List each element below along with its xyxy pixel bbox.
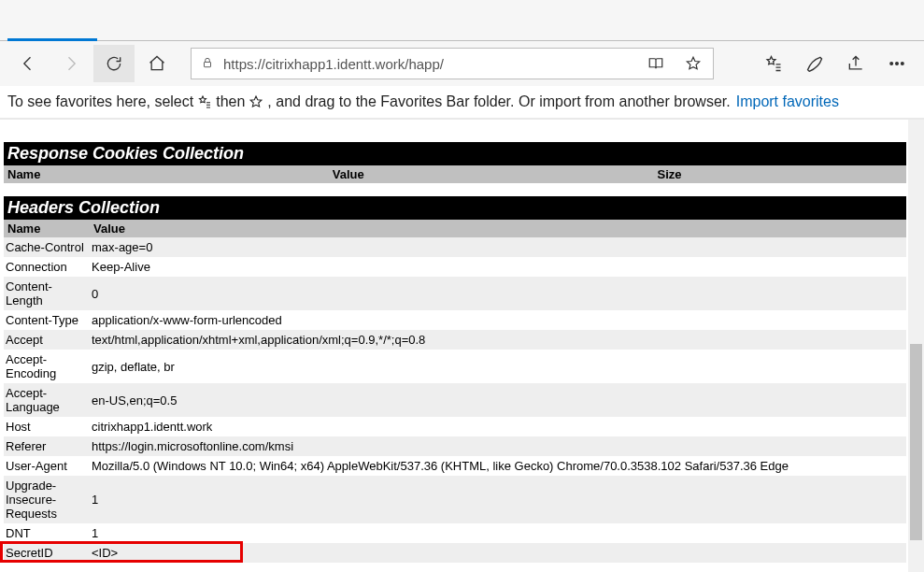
- table-row: ConnectionKeep-Alive: [4, 257, 906, 277]
- header-value: 0: [90, 277, 906, 310]
- favorites-bar-message: To see favorites here, select then , and…: [0, 86, 924, 120]
- star-lines-icon: [197, 94, 212, 109]
- svg-point-3: [902, 63, 904, 65]
- table-row: Refererhttps://login.microsoftonline.com…: [4, 436, 906, 456]
- toolbar-right: [754, 45, 917, 82]
- header-name: Connection: [4, 257, 90, 277]
- vertical-scrollbar[interactable]: [908, 120, 924, 572]
- arrow-left-icon: [19, 54, 37, 73]
- scrollbar-thumb[interactable]: [910, 344, 922, 540]
- header-value: max-age=0: [90, 237, 906, 257]
- header-value: citrixhapp1.identt.work: [90, 417, 906, 436]
- header-name: DNT: [4, 523, 90, 543]
- pen-icon: [805, 54, 824, 73]
- header-value: <ID>: [90, 543, 906, 563]
- col-value: Value: [90, 220, 906, 237]
- table-row: Accepttext/html,application/xhtml+xml,ap…: [4, 330, 906, 350]
- page-viewport: Response Cookies Collection Name Value S…: [0, 120, 924, 572]
- table-row: Content-Typeapplication/x-www-form-urlen…: [4, 310, 906, 330]
- table-row: Accept-Encodinggzip, deflate, br: [4, 350, 906, 383]
- table-row: Content-Length0: [4, 277, 906, 310]
- favbar-text-1: To see favorites here, select: [7, 93, 193, 110]
- cookies-section-title: Response Cookies Collection: [4, 142, 906, 165]
- home-icon: [148, 54, 166, 73]
- header-name: Host: [4, 417, 90, 436]
- header-value: en-US,en;q=0.5: [90, 383, 906, 417]
- table-header-row: Name Value Size: [4, 165, 906, 183]
- header-value: Mozilla/5.0 (Windows NT 10.0; Win64; x64…: [90, 456, 906, 476]
- headers-section-title: Headers Collection: [4, 196, 906, 220]
- page-content: Response Cookies Collection Name Value S…: [0, 120, 906, 563]
- star-lines-icon: [764, 54, 783, 73]
- svg-rect-0: [205, 62, 211, 66]
- header-name: SecretID: [4, 543, 90, 563]
- import-favorites-link[interactable]: Import favorites: [736, 93, 839, 110]
- url-input[interactable]: [223, 56, 633, 72]
- header-name: Upgrade-Insecure-Requests: [4, 476, 90, 523]
- browser-toolbar: [0, 41, 924, 86]
- col-name: Name: [4, 220, 90, 237]
- active-tab-indicator: [7, 38, 97, 41]
- header-name: Accept-Encoding: [4, 350, 90, 383]
- col-value: Value: [329, 165, 654, 183]
- header-value: application/x-www-form-urlencoded: [90, 310, 906, 330]
- header-name: Content-Length: [4, 277, 90, 310]
- svg-point-2: [896, 63, 899, 65]
- headers-table: Name Value Cache-Controlmax-age=0Connect…: [4, 220, 906, 563]
- table-header-row: Name Value: [4, 220, 906, 237]
- more-button[interactable]: [877, 45, 917, 82]
- favbar-text-3: , and drag to the Favorites Bar folder. …: [267, 93, 730, 110]
- header-name: Content-Type: [4, 310, 90, 330]
- header-value: 1: [90, 476, 906, 523]
- book-icon: [647, 55, 664, 72]
- favorites-list-button[interactable]: [754, 45, 793, 82]
- cookies-table: Name Value Size: [4, 165, 906, 183]
- favorite-star-button[interactable]: [679, 50, 707, 78]
- table-row: Cache-Controlmax-age=0: [4, 237, 906, 257]
- ellipsis-icon: [888, 54, 906, 73]
- header-value: https://login.microsoftonline.com/kmsi: [90, 436, 906, 456]
- header-name: Cache-Control: [4, 237, 90, 257]
- back-button[interactable]: [7, 45, 49, 82]
- star-icon: [249, 94, 263, 109]
- refresh-button[interactable]: [93, 45, 135, 82]
- svg-point-1: [890, 63, 893, 65]
- table-row: SecretID<ID>: [4, 543, 906, 563]
- table-row: Upgrade-Insecure-Requests1: [4, 476, 906, 523]
- header-name: Accept: [4, 330, 90, 350]
- table-row: DNT1: [4, 523, 906, 543]
- header-name: Referer: [4, 436, 90, 456]
- header-name: User-Agent: [4, 456, 90, 476]
- star-icon: [685, 55, 702, 72]
- refresh-icon: [105, 54, 123, 73]
- arrow-right-icon: [62, 54, 80, 73]
- header-value: 1: [90, 523, 906, 543]
- header-value: gzip, deflate, br: [90, 350, 906, 383]
- forward-button[interactable]: [50, 45, 92, 82]
- notes-button[interactable]: [795, 45, 834, 82]
- favbar-text-2: then: [216, 93, 245, 110]
- header-value: Keep-Alive: [90, 257, 906, 277]
- lock-icon: [201, 56, 214, 72]
- table-row: Accept-Languageen-US,en;q=0.5: [4, 383, 906, 417]
- address-bar[interactable]: [191, 48, 714, 79]
- home-button[interactable]: [136, 45, 178, 82]
- table-row: User-AgentMozilla/5.0 (Windows NT 10.0; …: [4, 456, 906, 476]
- tab-strip: [0, 0, 924, 41]
- col-size: Size: [654, 165, 906, 183]
- share-button[interactable]: [836, 45, 875, 82]
- col-name: Name: [4, 165, 329, 183]
- reading-view-button[interactable]: [642, 50, 670, 78]
- header-value: text/html,application/xhtml+xml,applicat…: [90, 330, 906, 350]
- share-icon: [846, 54, 865, 73]
- header-name: Accept-Language: [4, 383, 90, 417]
- table-row: Hostcitrixhapp1.identt.work: [4, 417, 906, 436]
